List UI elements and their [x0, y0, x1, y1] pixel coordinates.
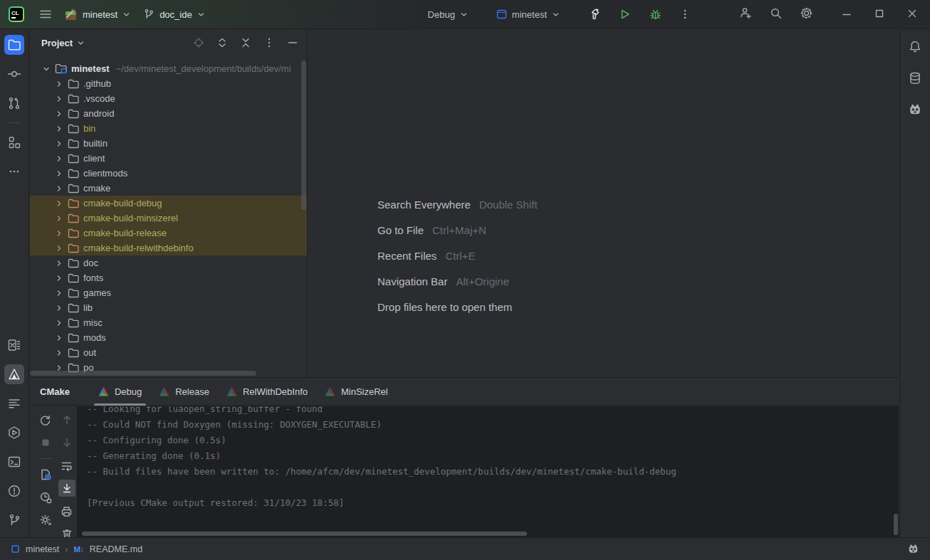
- tree-item[interactable]: clientmods: [30, 166, 307, 181]
- console-horizontal-scrollbar[interactable]: [82, 532, 527, 536]
- scroll-up-button[interactable]: [58, 411, 75, 428]
- project-vertical-scrollbar[interactable]: [301, 60, 306, 210]
- tree-item[interactable]: cmake: [30, 181, 307, 196]
- more-icon[interactable]: [263, 37, 275, 48]
- tree-root[interactable]: minetest ~/dev/minetest_development/buil…: [30, 61, 307, 76]
- reload-cmake-button[interactable]: [37, 411, 54, 428]
- tree-item[interactable]: games: [30, 285, 307, 300]
- build-button[interactable]: [585, 4, 605, 24]
- terminal-tool-button[interactable]: [4, 452, 24, 472]
- maximize-button[interactable]: [874, 9, 884, 21]
- services-tool-button[interactable]: [4, 423, 24, 443]
- chevron-right-icon[interactable]: [54, 275, 64, 282]
- tree-item[interactable]: lib: [30, 300, 307, 315]
- collapse-all-icon[interactable]: [240, 37, 251, 48]
- tab-relwithdebinfo[interactable]: RelWithDebInfo: [221, 378, 313, 406]
- chevron-right-icon[interactable]: [54, 305, 64, 312]
- tree-item[interactable]: misc: [30, 315, 307, 330]
- debug-button[interactable]: [645, 4, 665, 24]
- scroll-to-end-button[interactable]: [58, 480, 75, 497]
- chevron-right-icon[interactable]: [54, 185, 64, 192]
- stop-button[interactable]: [37, 434, 54, 451]
- run-configuration-selector[interactable]: Debug: [428, 9, 468, 20]
- chevron-right-icon[interactable]: [54, 349, 64, 356]
- run-button[interactable]: [615, 4, 635, 24]
- print-button[interactable]: [58, 502, 75, 519]
- locate-icon[interactable]: [193, 37, 204, 48]
- console-vertical-scrollbar[interactable]: [894, 514, 898, 535]
- minimize-button[interactable]: [842, 9, 852, 21]
- settings-button[interactable]: [800, 6, 813, 22]
- scroll-down-button[interactable]: [58, 434, 75, 451]
- cmake-settings-button[interactable]: [37, 512, 54, 529]
- chevron-right-icon[interactable]: [54, 110, 64, 117]
- commit-tool-button[interactable]: [4, 64, 24, 84]
- breadcrumb-file[interactable]: README.md: [90, 544, 142, 554]
- run-target-selector[interactable]: minetest: [496, 9, 560, 20]
- code-with-me-button[interactable]: [739, 6, 753, 22]
- project-widget[interactable]: minetest: [64, 8, 130, 21]
- project-tool-button[interactable]: [4, 35, 24, 55]
- tree-item[interactable]: .vscode: [30, 91, 307, 106]
- chevron-right-icon[interactable]: [54, 290, 64, 297]
- close-button[interactable]: [907, 9, 917, 21]
- git-tool-button[interactable]: [4, 510, 24, 530]
- chevron-right-icon[interactable]: [54, 155, 64, 162]
- chevron-right-icon[interactable]: [54, 364, 64, 371]
- tree-item[interactable]: fonts: [30, 270, 307, 285]
- chevron-right-icon[interactable]: [54, 230, 64, 237]
- more-tool-windows-button[interactable]: [4, 162, 24, 181]
- tree-item[interactable]: client: [30, 151, 307, 166]
- cmake-tool-button[interactable]: [4, 364, 24, 384]
- tree-item-selected[interactable]: cmake-build-minsizerel: [30, 211, 307, 226]
- expand-all-icon[interactable]: [216, 37, 228, 48]
- chevron-right-icon[interactable]: [54, 95, 64, 102]
- structure-tool-button[interactable]: [4, 132, 24, 152]
- chevron-right-icon[interactable]: [54, 334, 64, 342]
- spreadsheet-tool-button[interactable]: [4, 335, 24, 355]
- problems-tool-button[interactable]: [4, 481, 24, 501]
- tab-release[interactable]: Release: [153, 378, 215, 406]
- project-panel-title[interactable]: Project: [41, 38, 85, 48]
- tree-item-selected[interactable]: cmake-build-debug: [30, 196, 307, 211]
- chevron-right-icon[interactable]: [54, 319, 64, 327]
- more-actions-button[interactable]: [675, 4, 695, 24]
- cmake-console-output[interactable]: -- Looking for luaopen_string_buffer - f…: [77, 406, 899, 537]
- chevron-right-icon[interactable]: [54, 260, 64, 267]
- messages-tool-button[interactable]: [4, 393, 24, 413]
- ai-assistant-status-button[interactable]: [907, 543, 919, 555]
- tree-item[interactable]: builtin: [30, 136, 307, 151]
- chevron-right-icon[interactable]: [54, 140, 64, 147]
- project-horizontal-scrollbar[interactable]: [30, 371, 256, 376]
- chevron-right-icon[interactable]: [54, 80, 64, 88]
- tree-item[interactable]: doc: [30, 255, 307, 270]
- chevron-right-icon[interactable]: [54, 200, 64, 207]
- search-everywhere-button[interactable]: [770, 7, 783, 22]
- tree-item-selected[interactable]: cmake-build-relwithdebinfo: [30, 241, 307, 255]
- tree-item[interactable]: bin: [30, 121, 307, 136]
- chevron-down-icon[interactable]: [41, 65, 51, 73]
- notifications-button[interactable]: [905, 37, 925, 57]
- chevron-right-icon[interactable]: [54, 215, 64, 222]
- ai-assistant-button[interactable]: [905, 100, 925, 120]
- tree-item-selected[interactable]: cmake-build-release: [30, 226, 307, 241]
- open-cmakecache-button[interactable]: [37, 466, 54, 483]
- tree-item[interactable]: mods: [30, 330, 307, 345]
- chevron-right-icon[interactable]: [54, 245, 64, 252]
- database-button[interactable]: [905, 68, 925, 88]
- main-menu-button[interactable]: [36, 4, 56, 24]
- tree-item[interactable]: android: [30, 106, 307, 121]
- chevron-right-icon[interactable]: [54, 170, 64, 177]
- shortcut-keys: Alt+Origine: [456, 275, 509, 287]
- breadcrumb-project[interactable]: minetest: [26, 544, 59, 554]
- soft-wrap-button[interactable]: [58, 457, 75, 474]
- tree-item[interactable]: .github: [30, 76, 307, 91]
- branch-widget[interactable]: doc_ide: [143, 9, 205, 20]
- chevron-right-icon[interactable]: [54, 125, 64, 132]
- history-button[interactable]: [37, 489, 54, 506]
- tab-minsizerel[interactable]: MinSizeRel: [319, 378, 394, 406]
- hide-panel-icon[interactable]: [287, 37, 298, 48]
- tab-debug[interactable]: Debug: [93, 378, 147, 406]
- pull-requests-tool-button[interactable]: [4, 93, 24, 113]
- tree-item[interactable]: out: [30, 345, 307, 360]
